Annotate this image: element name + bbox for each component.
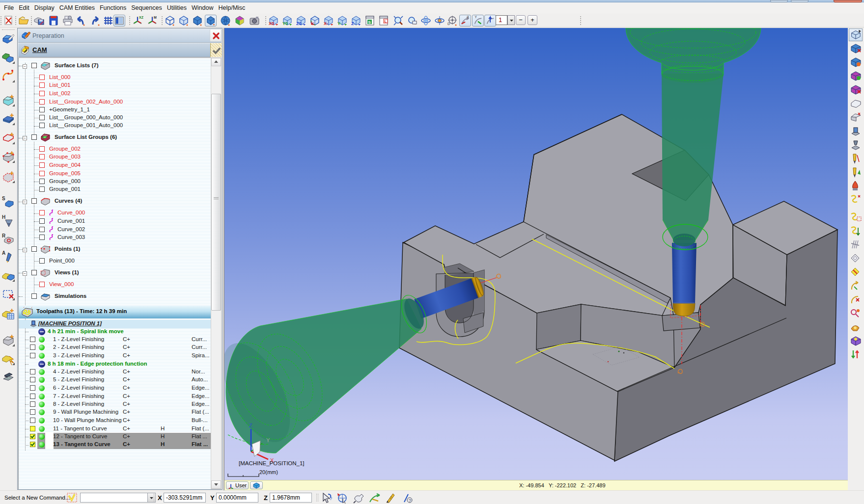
svg-text:S: S bbox=[368, 20, 371, 25]
svg-text:S: S bbox=[2, 196, 5, 201]
svg-text:R: R bbox=[2, 233, 6, 239]
svg-text:X-: X- bbox=[324, 21, 328, 26]
svg-text:Y0: Y0 bbox=[282, 21, 288, 26]
svg-text:[MACHINE_POSITION_1]: [MACHINE_POSITION_1] bbox=[239, 460, 305, 466]
svg-text:?: ? bbox=[330, 496, 332, 501]
svg-text:?: ? bbox=[409, 498, 411, 503]
svg-text:D: D bbox=[447, 22, 450, 26]
svg-text:X: X bbox=[467, 15, 470, 19]
svg-text:X0: X0 bbox=[269, 21, 274, 26]
svg-text:L: L bbox=[385, 19, 387, 24]
svg-text:Y: Y bbox=[266, 437, 270, 443]
svg-text:Z-: Z- bbox=[351, 21, 356, 26]
svg-text:A: A bbox=[2, 250, 5, 256]
svg-text:H: H bbox=[2, 214, 5, 220]
svg-text:Z0: Z0 bbox=[296, 21, 302, 26]
svg-text:20(mm): 20(mm) bbox=[259, 469, 278, 475]
svg-text:M: M bbox=[154, 16, 157, 19]
svg-text:XZ: XZ bbox=[139, 16, 143, 19]
svg-text:Z: Z bbox=[249, 423, 252, 428]
svg-text:Y-: Y- bbox=[337, 21, 342, 26]
svg-text:Y: Y bbox=[475, 15, 477, 19]
